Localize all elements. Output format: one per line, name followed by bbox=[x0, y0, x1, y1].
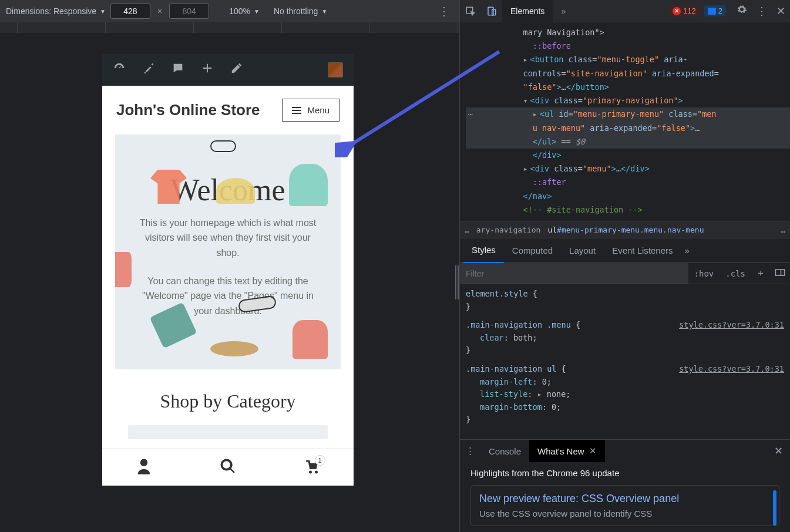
dimensions-label: Dimensions: Responsive bbox=[6, 6, 96, 16]
styles-filter-row: :hov .cls ＋ bbox=[460, 263, 790, 284]
dom-pseudo: ::after bbox=[533, 177, 566, 187]
tabs-overflow-icon[interactable]: » bbox=[553, 0, 574, 22]
rule-source-link[interactable]: style.css?ver=3.7.0:31 bbox=[679, 363, 784, 376]
tab-elements[interactable]: Elements bbox=[502, 0, 553, 22]
hero-paragraph-1: This is your homepage which is what most… bbox=[135, 216, 321, 261]
cap-illustration bbox=[216, 178, 255, 204]
breadcrumb-overflow-left[interactable]: … bbox=[465, 225, 469, 234]
caret-down-icon: ▼ bbox=[100, 8, 106, 15]
styles-panel[interactable]: element.style { } style.css?ver=3.7.0:31… bbox=[460, 284, 790, 439]
hamburger-icon bbox=[292, 107, 301, 114]
tab-console[interactable]: Console bbox=[480, 440, 529, 462]
style-rule[interactable]: style.css?ver=3.7.0:31 .main-navigation … bbox=[466, 319, 784, 357]
drawer-more-icon[interactable]: ⋮ bbox=[460, 446, 480, 456]
dom-breadcrumb[interactable]: … ary-navigation ul#menu-primary-menu.me… bbox=[460, 221, 790, 238]
rule-selector: element.style bbox=[466, 289, 528, 298]
devtools-drawer: ⋮ Console What's New ✕ ✕ Highlights from… bbox=[460, 439, 790, 532]
menu-label: Menu bbox=[307, 105, 330, 115]
whats-new-card-title: New preview feature: CSS Overview panel bbox=[479, 493, 771, 505]
devtools-pane: Elements » ✕ 112 2 ⋮ ✕ mary Navigation">… bbox=[459, 0, 790, 532]
device-emulation-pane: Dimensions: Responsive ▼ × 100% ▼ No thr… bbox=[0, 0, 459, 532]
settings-gear-icon[interactable] bbox=[732, 4, 752, 18]
new-style-rule-icon[interactable]: ＋ bbox=[751, 267, 770, 280]
category-placeholder bbox=[128, 425, 328, 439]
comment-icon[interactable] bbox=[172, 62, 184, 78]
errors-badge[interactable]: ✕ 112 bbox=[668, 5, 701, 16]
shop-by-category-heading: Shop by Category bbox=[102, 390, 354, 412]
scrollbar-thumb[interactable] bbox=[773, 490, 776, 526]
caret-down-icon: ▼ bbox=[321, 8, 327, 15]
style-rule[interactable]: style.css?ver=3.7.0:31 .main-navigation … bbox=[466, 363, 784, 426]
dashboard-icon[interactable] bbox=[113, 62, 126, 78]
breadcrumb-overflow-right[interactable]: … bbox=[781, 225, 785, 234]
errors-count: 112 bbox=[683, 6, 696, 15]
hov-toggle[interactable]: :hov bbox=[688, 269, 720, 278]
devtools-close-icon[interactable]: ✕ bbox=[772, 5, 790, 18]
rule-selector: .main-navigation ul bbox=[466, 364, 556, 373]
drawer-close-icon[interactable]: ✕ bbox=[767, 445, 790, 457]
breadcrumb-item[interactable]: ary-navigation bbox=[476, 225, 541, 234]
caret-down-icon: ▼ bbox=[254, 8, 260, 15]
device-height-input[interactable] bbox=[169, 4, 209, 19]
dimensions-dropdown[interactable]: Dimensions: Responsive ▼ bbox=[6, 6, 106, 16]
whats-new-card[interactable]: New preview feature: CSS Overview panel … bbox=[470, 485, 779, 526]
device-width-input[interactable] bbox=[110, 4, 150, 19]
device-toolbar: Dimensions: Responsive ▼ × 100% ▼ No thr… bbox=[0, 0, 459, 22]
sunglasses-illustration bbox=[210, 140, 236, 152]
viewport-resize-handle[interactable] bbox=[455, 265, 459, 299]
close-tab-icon[interactable]: ✕ bbox=[589, 446, 597, 456]
styles-tabs: Styles Computed Layout Event Listeners » bbox=[460, 238, 790, 263]
whats-new-headline: Highlights from the Chrome 96 update bbox=[470, 468, 779, 478]
breadcrumb-item-active[interactable]: ul#menu-primary-menu.menu.nav-menu bbox=[547, 225, 704, 234]
selected-node-actions-icon[interactable]: ⋯ bbox=[468, 107, 473, 121]
rule-selector: .main-navigation .menu bbox=[466, 320, 571, 329]
style-rule[interactable]: element.style { } bbox=[466, 288, 784, 313]
toggle-device-icon[interactable] bbox=[481, 0, 502, 22]
messages-count: 2 bbox=[718, 6, 722, 15]
messages-badge[interactable]: 2 bbox=[704, 5, 726, 16]
ruler-bar bbox=[0, 22, 459, 33]
zoom-value: 100% bbox=[229, 6, 250, 16]
throttling-dropdown[interactable]: No throttling ▼ bbox=[274, 6, 327, 16]
cart-count-badge: 1 bbox=[315, 455, 325, 466]
cls-toggle[interactable]: .cls bbox=[720, 269, 751, 278]
customize-icon[interactable] bbox=[142, 62, 155, 78]
hero-section: Welcome This is your homepage which is w… bbox=[115, 134, 341, 369]
svg-rect-4 bbox=[776, 269, 785, 275]
dom-comment: <!-- #site-navigation --> bbox=[523, 205, 643, 214]
menu-toggle-button[interactable]: Menu bbox=[282, 99, 339, 122]
belt-illustration bbox=[210, 341, 258, 356]
tab-event-listeners[interactable]: Event Listeners bbox=[604, 238, 681, 263]
tab-whats-new[interactable]: What's New ✕ bbox=[529, 440, 605, 462]
dimension-separator: × bbox=[157, 6, 162, 16]
zoom-dropdown[interactable]: 100% ▼ bbox=[229, 6, 260, 16]
user-avatar[interactable] bbox=[328, 62, 343, 78]
devtools-more-icon[interactable]: ⋮ bbox=[752, 5, 772, 18]
dom-pseudo: ::before bbox=[533, 41, 571, 50]
computed-sidebar-toggle-icon[interactable] bbox=[770, 268, 790, 279]
rule-source-link[interactable]: style.css?ver=3.7.0:31 bbox=[679, 319, 784, 332]
search-icon[interactable] bbox=[219, 457, 237, 477]
site-header: John's Online Store Menu bbox=[102, 86, 354, 130]
emulated-page: John's Online Store Menu bbox=[102, 54, 354, 486]
shirt-illustration bbox=[115, 252, 132, 287]
message-icon bbox=[708, 8, 716, 15]
devtools-top-tabs: Elements » ✕ 112 2 ⋮ ✕ bbox=[460, 0, 790, 22]
wp-admin-bar bbox=[102, 54, 354, 86]
device-toolbar-more-icon[interactable]: ⋮ bbox=[435, 4, 453, 18]
mobile-bottom-nav: 1 bbox=[102, 448, 354, 486]
account-icon[interactable] bbox=[135, 457, 153, 477]
inspect-element-icon[interactable] bbox=[460, 0, 481, 22]
tab-computed[interactable]: Computed bbox=[504, 238, 561, 263]
styles-tabs-overflow-icon[interactable]: » bbox=[685, 245, 690, 255]
dom-tree[interactable]: mary Navigation"> ::before ▸<button clas… bbox=[460, 22, 790, 221]
edit-icon[interactable] bbox=[230, 62, 243, 78]
site-title[interactable]: John's Online Store bbox=[116, 101, 260, 119]
throttling-value: No throttling bbox=[274, 6, 318, 16]
styles-filter-input[interactable] bbox=[460, 263, 688, 284]
tab-layout[interactable]: Layout bbox=[561, 238, 604, 263]
plus-icon[interactable] bbox=[201, 62, 214, 78]
dom-text: mary Navigation"> bbox=[523, 28, 604, 37]
tab-styles[interactable]: Styles bbox=[463, 238, 504, 263]
cart-icon[interactable]: 1 bbox=[303, 457, 321, 477]
